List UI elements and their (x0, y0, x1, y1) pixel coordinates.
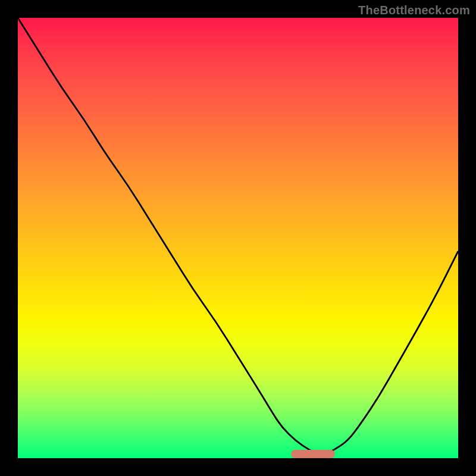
watermark-text: TheBottleneck.com (358, 4, 470, 17)
optimal-zone-marker (291, 450, 335, 458)
chart-container: TheBottleneck.com (0, 0, 476, 476)
plot-area (18, 18, 458, 458)
bottleneck-curve (18, 18, 458, 458)
